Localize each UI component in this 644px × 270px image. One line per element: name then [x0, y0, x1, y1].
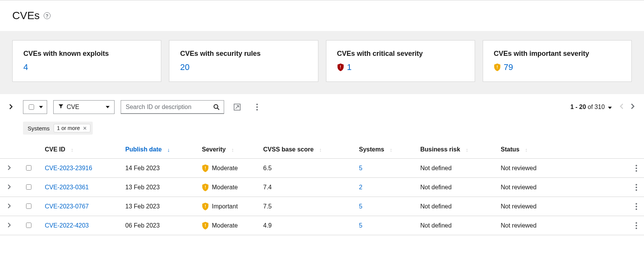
cell-business-risk: Not defined [414, 216, 495, 235]
filter-attribute-dropdown[interactable]: CVE [53, 100, 115, 114]
cell-publish-date: 13 Feb 2023 [119, 197, 196, 216]
chip: 1 or more ✕ [54, 124, 91, 132]
systems-link[interactable]: 5 [359, 165, 362, 171]
pagination-range[interactable]: 1 - 20 of 310 [570, 104, 612, 111]
svg-point-0 [214, 104, 218, 108]
table-row: CVE-2023-2391614 Feb 2023!Moderate6.55No… [0, 159, 644, 178]
sort-desc-icon: ↓ [167, 147, 170, 153]
sort-icon: ↕ [390, 147, 392, 153]
pagination-prev[interactable] [619, 103, 623, 111]
table-row: CVE-2023-076713 Feb 2023!Important7.55No… [0, 197, 644, 216]
filter-chips: Systems 1 or more ✕ [0, 119, 644, 141]
cell-severity: !Important [202, 203, 251, 210]
export-button[interactable] [230, 100, 244, 114]
column-header-publish-date[interactable]: Publish date ↓ [119, 141, 196, 159]
summary-card: CVEs with critical severity!1 [326, 40, 475, 82]
summary-card: CVEs with security rules20 [169, 40, 318, 82]
table-row: CVE-2022-420306 Feb 2023!Moderate4.95Not… [0, 216, 644, 235]
card-value-link[interactable]: 1 [347, 62, 352, 72]
row-expand-toggle[interactable] [0, 178, 18, 197]
cell-severity: !Moderate [202, 164, 251, 172]
caret-down-icon [39, 106, 43, 108]
row-checkbox[interactable] [26, 165, 31, 171]
shield-moderate-icon: ! [202, 222, 209, 229]
column-header-status[interactable]: Status ↕ [495, 141, 629, 159]
row-expand-toggle[interactable] [0, 197, 18, 216]
systems-link[interactable]: 2 [359, 184, 362, 190]
card-value: !79 [494, 62, 621, 72]
toolbar-kebab-menu[interactable] [250, 100, 264, 114]
cell-status: Not reviewed [495, 216, 629, 235]
column-header-cve-id[interactable]: CVE ID ↕ [39, 141, 119, 159]
cell-cvss: 7.5 [257, 197, 353, 216]
column-header-business-risk[interactable]: Business risk ↕ [414, 141, 495, 159]
chip-group-systems: Systems 1 or more ✕ [23, 122, 93, 135]
sort-icon: ↕ [525, 147, 528, 153]
row-kebab-menu[interactable] [635, 203, 638, 210]
chip-remove-icon[interactable]: ✕ [83, 125, 87, 131]
cve-id-link[interactable]: CVE-2023-0361 [45, 184, 89, 190]
cell-cvss: 7.4 [257, 178, 353, 197]
cell-severity: !Moderate [202, 222, 251, 229]
row-kebab-menu[interactable] [635, 222, 638, 229]
row-kebab-menu[interactable] [635, 184, 638, 191]
card-title: CVEs with important severity [494, 50, 621, 58]
shield-moderate-icon: ! [202, 184, 209, 191]
sort-icon: ↕ [319, 147, 322, 153]
column-header-cvss[interactable]: CVSS base score ↕ [257, 141, 353, 159]
row-expand-toggle[interactable] [0, 216, 18, 235]
systems-link[interactable]: 5 [359, 222, 362, 229]
toolbar: CVE [0, 94, 644, 119]
page: CVEs ? CVEs with known exploits4CVEs wit… [0, 0, 644, 235]
table-row: CVE-2023-036113 Feb 2023!Moderate7.42Not… [0, 178, 644, 197]
summary-cards-section: CVEs with known exploits4CVEs with secur… [0, 31, 644, 94]
search-group [121, 100, 224, 114]
row-checkbox[interactable] [26, 203, 31, 209]
cell-business-risk: Not defined [414, 197, 495, 216]
card-value-link[interactable]: 20 [180, 62, 189, 72]
pagination-next[interactable] [631, 103, 635, 111]
row-checkbox[interactable] [26, 223, 31, 228]
cell-severity: !Moderate [202, 184, 251, 191]
shield-moderate-icon: ! [202, 164, 209, 172]
card-value: 20 [180, 62, 307, 72]
sort-icon: ↕ [231, 147, 234, 153]
row-checkbox[interactable] [26, 184, 31, 190]
row-expand-toggle[interactable] [0, 159, 18, 178]
search-button[interactable] [209, 100, 224, 114]
row-kebab-menu[interactable] [635, 165, 638, 172]
cell-publish-date: 14 Feb 2023 [119, 159, 196, 178]
summary-card: CVEs with known exploits4 [12, 40, 161, 82]
chip-text: 1 or more [57, 125, 80, 131]
cve-table: CVE ID ↕ Publish date ↓ Severity ↕ CVSS … [0, 141, 644, 235]
caret-down-icon [106, 106, 110, 108]
page-title-row: CVEs ? [12, 10, 632, 22]
column-header-systems[interactable]: Systems ↕ [353, 141, 414, 159]
card-value-link[interactable]: 79 [504, 62, 513, 72]
help-icon[interactable]: ? [44, 12, 51, 19]
summary-cards: CVEs with known exploits4CVEs with secur… [12, 40, 632, 82]
filter-attribute-label: CVE [67, 104, 79, 111]
bulk-select-checkbox[interactable] [29, 104, 34, 110]
column-header-severity[interactable]: Severity ↕ [196, 141, 257, 159]
summary-card: CVEs with important severity!79 [483, 40, 632, 82]
cell-business-risk: Not defined [414, 178, 495, 197]
systems-link[interactable]: 5 [359, 203, 362, 210]
cell-status: Not reviewed [495, 178, 629, 197]
cve-id-link[interactable]: CVE-2022-4203 [45, 222, 89, 229]
table-section: CVE [0, 94, 644, 235]
page-title: CVEs [12, 10, 40, 22]
sort-icon: ↕ [71, 147, 74, 153]
cve-id-link[interactable]: CVE-2023-23916 [45, 165, 92, 171]
search-input[interactable] [121, 100, 209, 114]
cell-publish-date: 13 Feb 2023 [119, 178, 196, 197]
card-value-link[interactable]: 4 [23, 62, 28, 72]
bulk-select-dropdown[interactable] [23, 100, 47, 114]
filter-icon [58, 104, 64, 111]
cell-publish-date: 06 Feb 2023 [119, 216, 196, 235]
svg-line-1 [217, 108, 219, 110]
card-value: !1 [337, 62, 464, 72]
cve-id-link[interactable]: CVE-2023-0767 [45, 203, 89, 210]
shield-important-icon: ! [494, 63, 501, 71]
expand-all-toggle[interactable] [9, 104, 13, 111]
